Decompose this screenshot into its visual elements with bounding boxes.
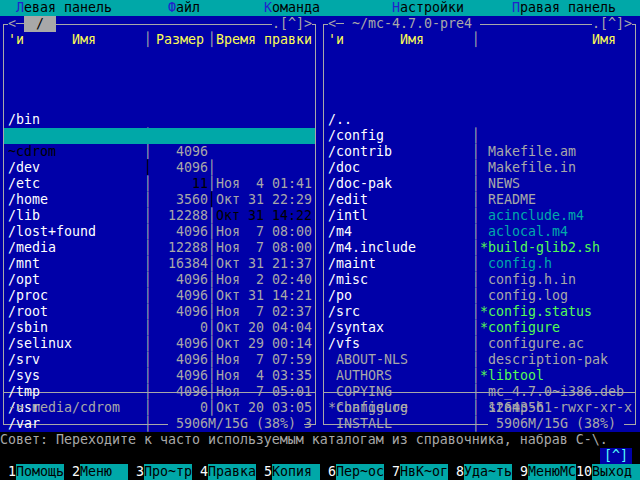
file-row[interactable]: /doc │ README bbox=[324, 144, 635, 160]
fkey-label: Выход bbox=[592, 464, 640, 480]
fkey-number: 8 bbox=[448, 464, 464, 480]
fkey-number: 6 bbox=[320, 464, 336, 480]
fkey-button[interactable]: 1Помощь bbox=[0, 464, 64, 480]
column-header-name[interactable]: Имя bbox=[72, 32, 96, 48]
free-space-label: 5906M/15G (38%) bbox=[488, 416, 624, 432]
file-row[interactable]: /lost+found │ 16384 │ Окт 31 14:21 bbox=[4, 208, 315, 224]
fkey-number: 10 bbox=[576, 464, 592, 480]
fkey-button[interactable]: 7НвК~ог bbox=[384, 464, 448, 480]
file-row[interactable]: /po │ *configure bbox=[324, 272, 635, 288]
mini-status: -> media/cdrom bbox=[8, 400, 120, 416]
file-row[interactable]: /etc │ 12288 │ Ноя 7 08:00 bbox=[4, 160, 315, 176]
history-back-icon[interactable]: <─ bbox=[8, 16, 24, 32]
right-file-list: /.. │ Makefile.am /config │ Makefile.in … bbox=[320, 48, 640, 432]
file-row[interactable]: /m4 │ config.h bbox=[324, 208, 635, 224]
fkey-label: Пер~ос bbox=[336, 464, 384, 480]
fkey-label: Уда~ть bbox=[464, 464, 512, 480]
file-row[interactable]: AUTHORS │ stamp-h1 bbox=[324, 352, 635, 368]
file-row[interactable]: /opt │ 4096 │ Окт 29 00:14 bbox=[4, 256, 315, 272]
file-row[interactable]: /syntax │ description-pak bbox=[324, 304, 635, 320]
fkey-button[interactable]: 5Копия bbox=[256, 464, 320, 480]
panel-up-icon[interactable]: .[^]> bbox=[592, 16, 632, 32]
fkey-number: 1 bbox=[0, 464, 16, 480]
file-row[interactable]: /dev │ 3560 │ Ноя 7 08:00 bbox=[4, 144, 315, 160]
file-row[interactable]: ~cdrom │ 11 │ Окт 31 14:22 bbox=[4, 128, 315, 144]
fkey-label: Копия bbox=[272, 464, 320, 480]
fkey-button[interactable]: 2Меню bbox=[64, 464, 128, 480]
file-row[interactable]: /doc-pak │ acinclude.m4 bbox=[324, 160, 635, 176]
fkey-button[interactable]: 4Правка bbox=[192, 464, 256, 480]
fkey-label: Меню bbox=[80, 464, 128, 480]
fkey-number: 9 bbox=[512, 464, 528, 480]
file-row[interactable]: ABOUT-NLS │ mc_4.7.0~i386.deb bbox=[324, 336, 635, 352]
command-line[interactable]: user@eee:/$ [^] bbox=[0, 448, 640, 464]
column-header-mtime[interactable]: Время правки bbox=[216, 32, 312, 48]
fkey-button[interactable]: 10Выход bbox=[576, 464, 640, 480]
mc-screen: Левая панель Файл Команда Настройки Прав… bbox=[0, 0, 640, 480]
file-row[interactable]: /lib │ 12288 │ Ноя 2 02:40 bbox=[4, 192, 315, 208]
function-key-bar: 1Помощь 2Меню 3Про~тр 4Правка 5Копия 6Пе… bbox=[0, 464, 640, 480]
fkey-number: 2 bbox=[64, 464, 80, 480]
file-row[interactable]: /intl │ *build-glib2.sh bbox=[324, 192, 635, 208]
column-separator: │ bbox=[208, 32, 216, 48]
column-separator: │ bbox=[472, 32, 480, 48]
fkey-number: 7 bbox=[384, 464, 400, 480]
file-row[interactable]: /contrib │ NEWS bbox=[324, 128, 635, 144]
file-row[interactable]: /proc │ 0 │ Ноя 7 07:59 bbox=[4, 272, 315, 288]
sort-marker: 'и bbox=[328, 32, 344, 48]
left-file-list: /bin │ 4096 │ Ноя 4 01:41 /boot │ 4096 │… bbox=[0, 48, 320, 432]
file-row[interactable]: /sbin │ 4096 │ Ноя 7 05:01 bbox=[4, 304, 315, 320]
file-row[interactable]: ChangeLog │ bbox=[324, 384, 635, 400]
file-row[interactable]: /.. │ Makefile.am bbox=[324, 96, 635, 112]
left-panel: <─ / .[^]> 'и Имя │ Размер │ Время правк… bbox=[0, 0, 320, 464]
file-row[interactable]: COPYING │ version.h bbox=[324, 368, 635, 384]
history-back-icon[interactable]: <─ bbox=[328, 16, 344, 32]
file-row[interactable]: /sys │ 0 │ Ноя 7 07:59 bbox=[4, 352, 315, 368]
fkey-number: 4 bbox=[192, 464, 208, 480]
fkey-number: 3 bbox=[128, 464, 144, 480]
free-space-label: 5906M/15G (38%) bbox=[168, 416, 304, 432]
scroll-up-indicator[interactable]: [^] bbox=[600, 448, 632, 464]
file-row[interactable]: /maint │ config.log bbox=[324, 240, 635, 256]
file-row[interactable]: /home │ 4096 │ Окт 31 21:37 bbox=[4, 176, 315, 192]
mini-status: *configure bbox=[328, 400, 408, 416]
fkey-label: НвК~ог bbox=[400, 464, 448, 480]
file-row[interactable]: /vfs │ *libtool bbox=[324, 320, 635, 336]
hint-line: Совет: Переходите к часто используемым к… bbox=[0, 432, 640, 448]
column-header-size[interactable]: Размер bbox=[156, 32, 204, 48]
file-row[interactable]: /m4.include │ config.h.in bbox=[324, 224, 635, 240]
column-header-name[interactable]: Имя bbox=[592, 32, 616, 48]
file-row[interactable]: /edit │ aclocal.m4 bbox=[324, 176, 635, 192]
sort-marker: 'и bbox=[8, 32, 24, 48]
file-row[interactable]: /mnt │ 4096 │ Окт 20 04:04 bbox=[4, 240, 315, 256]
fkey-label: Про~тр bbox=[144, 464, 192, 480]
file-row[interactable]: /boot │ 4096 │ Окт 31 22:29 bbox=[4, 112, 315, 128]
file-row[interactable]: /media │ 4096 │ Ноя 7 02:37 bbox=[4, 224, 315, 240]
file-row[interactable]: /root │ 4096 │ Ноя 4 03:35 bbox=[4, 288, 315, 304]
fkey-button[interactable]: 6Пер~ос bbox=[320, 464, 384, 480]
file-row[interactable]: /usr │ 4096 │ Окт 31 19:23 bbox=[4, 384, 315, 400]
file-row[interactable]: /src │ configure.ac bbox=[324, 288, 635, 304]
file-row[interactable]: /bin │ 4096 │ Ноя 4 01:41 bbox=[4, 96, 315, 112]
file-row[interactable]: /tmp │ 4096 │ Ноя 7 08:00 bbox=[4, 368, 315, 384]
fkey-label: Помощь bbox=[16, 464, 64, 480]
fkey-label: МенюМС bbox=[528, 464, 576, 480]
file-row[interactable]: /misc │ *config.status bbox=[324, 256, 635, 272]
fkey-label: Правка bbox=[208, 464, 256, 480]
file-row[interactable]: /config │ Makefile.in bbox=[324, 112, 635, 128]
file-row[interactable]: /selinux │ 4096 │ Окт 20 03:05 bbox=[4, 320, 315, 336]
fkey-number: 5 bbox=[256, 464, 272, 480]
column-header-name[interactable]: Имя bbox=[400, 32, 424, 48]
fkey-button[interactable]: 8Уда~ть bbox=[448, 464, 512, 480]
panel-up-icon[interactable]: .[^]> bbox=[272, 16, 312, 32]
column-separator: │ bbox=[144, 32, 152, 48]
mini-status-permissions: 1264356 -rwxr-xr-x bbox=[488, 400, 632, 416]
fkey-button[interactable]: 9МенюМС bbox=[512, 464, 576, 480]
panel-path[interactable]: / bbox=[24, 16, 56, 32]
file-row[interactable]: /srv │ 4096 │ Ноя 1 02:23 bbox=[4, 336, 315, 352]
right-panel: <─ ~/mc-4.7.0-pre4 .[^]> 'и Имя │ Имя /.… bbox=[320, 0, 640, 464]
panel-path[interactable]: ~/mc-4.7.0-pre4 bbox=[344, 16, 480, 32]
fkey-button[interactable]: 3Про~тр bbox=[128, 464, 192, 480]
